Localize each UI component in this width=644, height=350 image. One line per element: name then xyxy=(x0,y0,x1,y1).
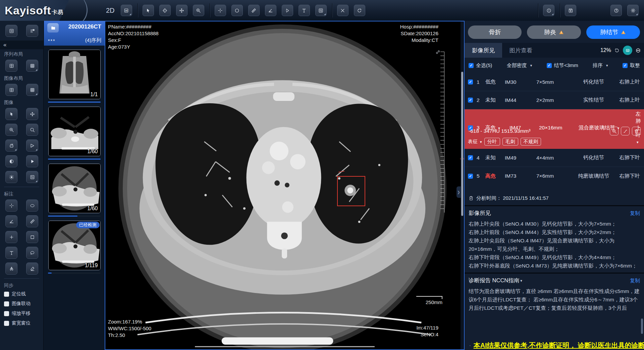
ruler-measure-button[interactable] xyxy=(248,5,260,16)
help-button[interactable] xyxy=(610,5,622,16)
checkbox-unchecked[interactable] xyxy=(4,321,9,326)
feature-dropdown[interactable]: 表征 ▾ xyxy=(468,138,482,145)
settings-button[interactable] xyxy=(627,5,639,16)
checkbox-unchecked[interactable] xyxy=(4,311,9,316)
link-icon[interactable] xyxy=(435,50,440,55)
ruler-annotate-button[interactable] xyxy=(26,215,38,227)
angle-annotate-button[interactable] xyxy=(5,215,17,227)
nodule-row-selected[interactable]: ✓ 3 高危 ▾ IM47 20×16mm 混合磨玻璃结节 ▾ 左肺上叶 ▾ -… xyxy=(465,109,644,149)
window-level-button[interactable] xyxy=(315,5,327,16)
nodule-roi-box[interactable] xyxy=(337,176,365,206)
slice-scrollbar-thumb[interactable] xyxy=(461,72,463,216)
flip-tool-button[interactable] xyxy=(26,139,38,152)
series-layout-3x3-button[interactable] xyxy=(26,60,38,72)
sync-option-localizer[interactable]: 定位线 xyxy=(0,291,43,297)
ellipse-annotate-button[interactable] xyxy=(26,199,38,212)
density-filter[interactable]: 全部密度 xyxy=(507,62,527,69)
window-level-button[interactable] xyxy=(26,171,38,183)
crosshair-annotate-button[interactable] xyxy=(5,199,17,212)
pan-tool-button[interactable] xyxy=(26,108,38,120)
tab-fracture[interactable]: 骨折 xyxy=(468,25,522,39)
checkbox-unchecked[interactable] xyxy=(4,301,9,306)
close-panel-button[interactable] xyxy=(26,25,38,37)
image-layout-2x2-button[interactable] xyxy=(5,84,17,96)
series-thumbnail-ct[interactable]: 1/60 xyxy=(48,164,101,213)
reset-view-button[interactable] xyxy=(354,5,365,16)
series-thumbnail-ct[interactable]: 1/60 xyxy=(48,107,101,156)
follow-up-button[interactable] xyxy=(621,127,630,135)
zoom-tool-button[interactable] xyxy=(193,5,204,16)
rect-annotate-button[interactable] xyxy=(26,231,38,243)
sync-option-window[interactable]: 窗宽窗位 xyxy=(0,320,43,326)
feedback-button[interactable] xyxy=(623,46,632,55)
nodule-checkbox[interactable]: ✓ xyxy=(468,79,473,84)
slice-scrollbar[interactable] xyxy=(461,21,464,349)
layout-2d-button[interactable]: 2D xyxy=(121,5,132,16)
magnify-tool-button[interactable] xyxy=(26,124,38,136)
sync-option-image-link[interactable]: 图像联动 xyxy=(0,301,43,307)
tab-lung-nodule[interactable]: 肺结节 xyxy=(586,25,640,39)
nodule-row[interactable]: ✓ 5 高危 IM73 7×6mm 纯磨玻璃结节 右肺下叶 xyxy=(465,167,644,185)
zoom-in-tool-button[interactable] xyxy=(5,124,17,136)
copy-report-link[interactable]: 复制 xyxy=(630,278,640,284)
nodule-checkbox[interactable]: ✓ xyxy=(468,174,473,179)
small-nodule-checkbox[interactable]: ✓ xyxy=(547,63,552,68)
crosshair-annotate-button[interactable] xyxy=(215,5,226,16)
tab-image-view[interactable]: 图片查看 xyxy=(502,43,540,58)
lung-segment-button[interactable] xyxy=(5,262,17,275)
round-checkbox[interactable]: ✓ xyxy=(623,63,628,68)
nodule-row[interactable]: ✓ 4 未知 IM49 4×4mm 钙化结节 右肺下叶 xyxy=(465,149,644,167)
refresh-button[interactable] xyxy=(614,48,620,53)
select-all-label[interactable]: 全选(5) xyxy=(476,62,492,69)
angle-measure-button[interactable] xyxy=(265,5,276,16)
nodule-checkbox[interactable]: ✓ xyxy=(468,155,473,160)
tab-pneumonia[interactable]: 肺炎 xyxy=(527,25,581,39)
ct-viewport[interactable]: PName:######### AccNO:202101158888 Sex:F… xyxy=(105,21,465,350)
point-annotate-button[interactable] xyxy=(5,231,17,243)
pointer-tool-button[interactable] xyxy=(143,5,154,16)
chevron-down-icon[interactable]: ▾ xyxy=(520,279,522,283)
series-thumbnail-ct-active[interactable]: 已经检测 1/119 xyxy=(48,221,101,270)
rotate-tool-button[interactable] xyxy=(5,139,17,152)
small-nodule-label[interactable]: 结节<3mm xyxy=(554,62,578,69)
text-annotate-button[interactable] xyxy=(299,5,310,16)
locate-tool-button[interactable] xyxy=(159,5,171,16)
cobb-angle-button[interactable] xyxy=(282,5,293,16)
eraser-button[interactable] xyxy=(26,262,38,275)
select-all-checkbox[interactable]: ✓ xyxy=(469,63,474,68)
sort-filter[interactable]: 排序 xyxy=(593,62,603,69)
feature-chip[interactable]: 毛刺 xyxy=(502,138,518,145)
panel-expander-handle[interactable]: ❯ xyxy=(457,186,461,198)
feature-chip[interactable]: 不规则 xyxy=(521,138,541,145)
round-label[interactable]: 取整 xyxy=(630,62,640,69)
panel-scrollbar-thumb[interactable] xyxy=(641,318,643,334)
text-annotate-button[interactable] xyxy=(5,247,17,259)
pan-tool-button[interactable] xyxy=(176,5,187,16)
delete-annotation-button[interactable] xyxy=(337,5,348,16)
lasso-annotate-button[interactable] xyxy=(26,247,38,259)
copy-findings-link[interactable]: 复制 xyxy=(630,210,640,217)
nodule-row[interactable]: ✓ 2 未知 IM44 2×2mm 实性结节 右肺上叶 xyxy=(465,91,644,109)
cine-play-button[interactable] xyxy=(26,155,38,167)
sync-option-zoom-pan[interactable]: 缩放平移 xyxy=(0,310,43,316)
series-layout-2x2-button[interactable] xyxy=(5,60,17,72)
mpr-button[interactable]: MPR xyxy=(636,48,641,53)
checkbox-unchecked[interactable] xyxy=(4,292,9,297)
feature-chip[interactable]: 分叶 xyxy=(484,138,500,145)
image-layout-3x3-button[interactable] xyxy=(26,84,38,96)
delete-nodule-button[interactable] xyxy=(632,127,641,135)
tab-findings[interactable]: 影像所见 xyxy=(465,43,502,58)
select-tool-button[interactable] xyxy=(5,108,17,120)
ellipse-annotate-button[interactable] xyxy=(231,5,243,16)
study-header[interactable]: 20200126CT *** (4)序列 xyxy=(44,21,105,46)
brightness-button[interactable] xyxy=(5,171,17,183)
magnify-nodule-button[interactable] xyxy=(610,127,619,135)
study-folder-button[interactable] xyxy=(47,23,59,33)
invert-tool-button[interactable] xyxy=(5,155,17,167)
nodule-row[interactable]: ✓ 1 低危 IM30 7×5mm 钙化结节 右肺上叶 xyxy=(465,73,644,91)
series-thumbnail-scout[interactable]: 1/1 xyxy=(48,50,101,99)
alert-info-button[interactable] xyxy=(543,5,554,16)
series-list-panel-button[interactable] xyxy=(5,25,17,37)
save-button[interactable] xyxy=(565,5,576,16)
nodule-checkbox[interactable]: ✓ xyxy=(468,98,473,103)
